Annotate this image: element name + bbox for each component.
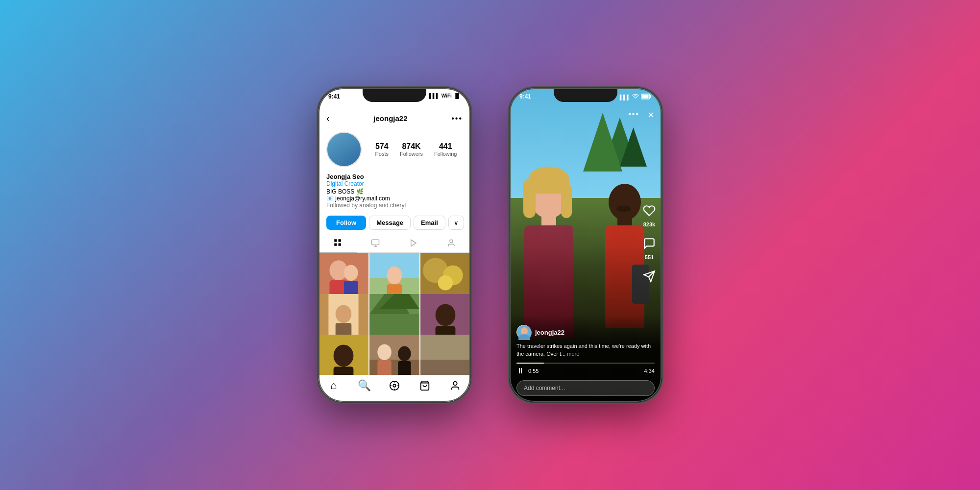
nav-shop[interactable] [410,379,440,392]
followers-count: 874K [400,142,423,151]
content-tabs [318,233,470,253]
stats-container: 574 Posts 874K Followers 441 Following [369,142,463,157]
video-elapsed-time: 0:55 [528,368,539,374]
more-options-chevron[interactable]: ∨ [448,216,464,230]
tab-grid[interactable] [318,233,357,252]
status-icons: ▌▌▌ WiFi ▐▌ [429,93,461,98]
person-left [514,181,583,338]
svg-rect-0 [372,240,379,245]
grid-item-9[interactable] [420,335,470,375]
comment-count: 551 [645,254,654,260]
profile-stats-section: 574 Posts 874K Followers 441 Following [318,128,470,171]
profile-bio-text: BIG BOSS 🌿 [326,188,463,195]
profile-email[interactable]: 📧 jeongja@ry.mail.com [326,195,463,202]
following-stat[interactable]: 441 Following [434,142,457,157]
nav-reels[interactable] [379,379,410,392]
video-user-row: jeongja22 [516,325,655,340]
profile-followed-by: Followed by analog and cheryl [326,202,463,209]
profile-title: Digital Creator [326,180,463,187]
nav-home[interactable]: ⌂ [318,379,349,392]
profile-username-header: jeongja22 [373,114,407,122]
comment-placeholder: Add comment... [524,385,565,392]
video-bottom-controls: jeongja22 The traveler strikes again and… [510,315,662,402]
video-total-time: 4:34 [644,368,655,374]
heart-icon [643,204,656,220]
video-status-time: 9:41 [519,93,531,100]
svg-point-40 [393,384,396,387]
video-more-link[interactable]: more [567,351,579,357]
svg-rect-30 [334,367,354,375]
header-icons: ••• [451,114,463,123]
svg-marker-1 [411,240,416,246]
svg-point-2 [450,240,453,243]
video-player-screen: 9:41 ▌▌▌ ••• ✕ [510,88,662,402]
video-poster-name: jeongja22 [535,329,564,336]
video-poster-avatar[interactable] [516,325,531,340]
svg-point-29 [334,345,354,367]
like-action[interactable]: 823k [643,204,656,227]
video-signal-icon: ▌▌▌ [620,95,630,100]
svg-point-19 [336,305,352,323]
video-more-button[interactable]: ••• [628,110,639,121]
phone-1: 9:41 ▌▌▌ WiFi ▐▌ ‹ jeongja22 ••• [318,88,470,402]
video-wifi-icon [632,93,639,101]
follow-button[interactable]: Follow [326,216,366,230]
battery-icon: ▐▌ [454,93,461,98]
video-time-row: ⏸ 0:55 4:34 [516,367,655,375]
share-icon [643,270,656,286]
tab-tagged[interactable] [433,233,471,252]
pause-button[interactable]: ⏸ [516,367,524,375]
svg-rect-38 [420,360,470,375]
grid-item-7[interactable] [318,335,368,375]
media-grid: ▶ 97K ▶ 441K [318,253,470,375]
video-playback-controls: ⏸ 0:55 [516,367,539,375]
profile-avatar[interactable] [326,132,362,167]
bottom-navigation: ⌂ 🔍 [318,375,470,402]
svg-point-52 [521,327,528,335]
grid-item-8[interactable] [369,335,419,375]
message-button[interactable]: Message [369,216,411,230]
phone2-notch [554,88,617,102]
video-top-controls: ••• ✕ [628,110,655,121]
posts-label: Posts [375,151,389,157]
comment-action[interactable]: 551 [643,237,656,260]
svg-point-26 [436,304,456,326]
followers-label: Followers [400,151,423,157]
profile-name: Jeongja Seo [326,173,463,180]
video-close-button[interactable]: ✕ [647,110,655,121]
followers-stat[interactable]: 874K Followers [400,142,423,157]
status-time: 9:41 [328,93,340,100]
video-status-icons: ▌▌▌ [620,93,652,101]
video-progress-bar[interactable] [516,363,655,364]
svg-rect-48 [642,95,649,98]
svg-point-35 [398,346,411,362]
video-progress-fill [516,363,544,364]
posts-stat[interactable]: 574 Posts [375,142,389,157]
action-buttons: Follow Message Email ∨ [318,213,470,233]
nav-search[interactable]: 🔍 [349,379,379,392]
video-caption-text: The traveler strikes again and this time… [516,343,651,356]
notch [363,88,426,102]
phone-2: 9:41 ▌▌▌ ••• ✕ [510,88,662,402]
nav-profile[interactable] [440,379,470,392]
video-battery-icon [641,94,652,100]
video-caption: The traveler strikes again and this time… [516,343,655,358]
profile-screen: 9:41 ▌▌▌ WiFi ▐▌ ‹ jeongja22 ••• [318,88,470,402]
email-button[interactable]: Email [414,216,445,230]
svg-rect-36 [398,361,411,375]
svg-rect-32 [369,360,419,375]
tab-igtv[interactable] [357,233,395,252]
comment-icon [643,237,656,253]
like-count: 823k [643,221,655,227]
wifi-icon: WiFi [441,93,452,98]
back-button[interactable]: ‹ [326,113,330,124]
share-action[interactable] [643,270,656,286]
more-options-button[interactable]: ••• [451,114,463,123]
svg-point-16 [438,275,453,291]
video-right-actions: 823k 551 [643,204,656,286]
following-label: Following [434,151,457,157]
tab-reels[interactable] [394,233,433,252]
signal-icon: ▌▌▌ [429,93,440,98]
svg-point-11 [387,267,402,285]
comment-input-bar[interactable]: Add comment... [516,380,655,396]
